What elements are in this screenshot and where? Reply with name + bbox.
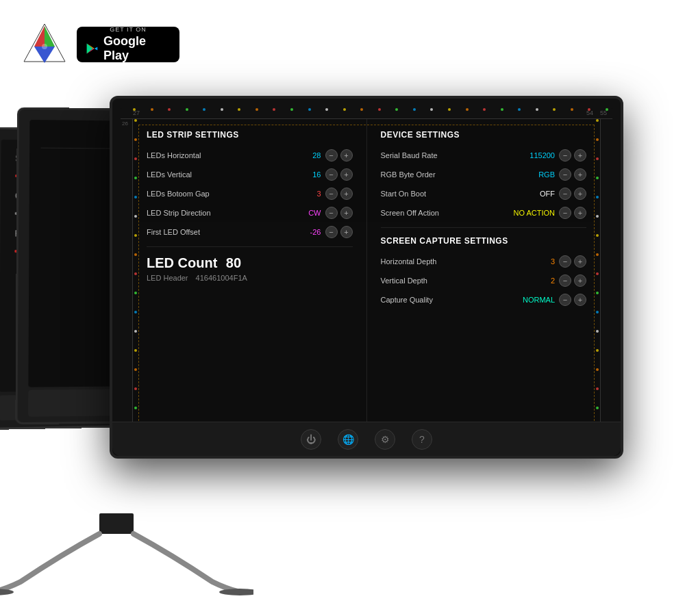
leds-botoom-gap-label: LEDs Botoom Gap [147,190,287,198]
tv-display-group: Single co Color Sat Red Colo [34,96,651,602]
led-count-label: LED Count [147,255,217,270]
horizontal-depth-controls[interactable]: − + [559,255,586,268]
power-icon: ⏻ [306,434,316,445]
left-divider [147,246,353,247]
settings-button[interactable]: ⚙ [375,429,395,450]
led-header-value: 416461004F1A [196,274,247,282]
leds-vertical-plus[interactable]: + [340,168,353,181]
horizontal-depth-label: Horizontal Depth [381,257,521,266]
logo-area: GET IT ON [21,21,179,68]
leds-horizontal-minus[interactable]: − [325,149,338,162]
setting-row-leds-botoom-gap: LEDs Botoom Gap 3 − + [147,188,353,200]
start-on-boot-plus[interactable]: + [574,188,586,200]
start-on-boot-label: Start On Boot [381,190,521,198]
rgb-byte-order-value: RGB [521,170,555,179]
globe-button[interactable]: 🌐 [338,429,358,450]
vertical-depth-value: 2 [521,277,555,285]
google-play-badge[interactable]: GET IT ON [77,27,179,62]
leds-vertical-controls[interactable]: − + [325,168,353,181]
setting-row-rgb-byte-order: RGB Byte Order RGB − + [381,168,587,181]
baud-rate-label: Serial Baud Rate [381,151,521,159]
leds-horizontal-controls[interactable]: − + [325,149,353,162]
device-settings-title: DEVICE SETTINGS [381,130,587,140]
horizontal-depth-plus[interactable]: + [574,255,586,268]
tv-main-screen: 27 54 55 11 ◄ 70 71 26 [121,107,612,449]
left-settings-panel: LED STRIP SETTINGS LEDs Horizontal 28 − … [133,119,367,437]
setting-row-vertical-depth: Vertical Depth 2 − + [381,274,587,287]
led-strip-direction-controls[interactable]: − + [325,207,353,219]
setting-row-horizontal-depth: Horizontal Depth 3 − + [381,255,587,268]
setting-row-start-on-boot: Start On Boot OFF − + [381,188,587,200]
ruler-top: 27 54 55 [121,107,612,119]
capture-quality-plus[interactable]: + [574,294,586,306]
svg-marker-1 [34,26,45,47]
gear-icon: ⚙ [381,434,390,445]
first-led-offset-controls[interactable]: − + [325,226,353,238]
led-count-section: LED Count 80 [147,255,353,271]
led-strip-direction-minus[interactable]: − [325,207,338,219]
rgb-byte-order-minus[interactable]: − [559,168,571,181]
main-content-area: LED STRIP SETTINGS LEDs Horizontal 28 − … [133,119,600,437]
svg-marker-2 [45,26,55,47]
leds-botoom-gap-minus[interactable]: − [325,188,338,200]
capture-quality-label: Capture Quality [381,296,521,304]
right-divider [381,227,587,228]
setting-row-leds-vertical: LEDs Vertical 16 − + [147,168,353,181]
leds-botoom-gap-value: 3 [287,190,321,198]
tv-main: 27 54 55 11 ◄ 70 71 26 [110,96,623,459]
start-on-boot-value: OFF [521,190,555,198]
screen-off-action-minus[interactable]: − [559,207,571,219]
setting-row-baud-rate: Serial Baud Rate 115200 − + [381,149,587,162]
leds-horizontal-value: 28 [287,151,321,159]
tv-controls-bar: ⏻ 🌐 ⚙ ? [112,422,621,456]
vertical-depth-minus[interactable]: − [559,274,571,287]
capture-quality-controls[interactable]: − + [559,294,586,306]
first-led-offset-minus[interactable]: − [325,226,338,238]
rgb-byte-order-label: RGB Byte Order [381,170,521,179]
setting-row-leds-horizontal: LEDs Horizontal 28 − + [147,149,353,162]
vertical-depth-controls[interactable]: − + [559,274,586,287]
led-count-value: 80 [226,255,241,270]
question-icon: ? [419,434,425,445]
svg-point-4 [42,44,47,49]
horizontal-depth-value: 3 [521,257,555,266]
first-led-offset-plus[interactable]: + [340,226,353,238]
setting-row-led-strip-direction: LED Strip Direction CW − + [147,207,353,219]
start-on-boot-controls[interactable]: − + [559,188,586,200]
rgb-byte-order-controls[interactable]: − + [559,168,586,181]
leds-botoom-gap-plus[interactable]: + [340,188,353,200]
led-strip-direction-plus[interactable]: + [340,207,353,219]
svg-point-6 [0,589,14,595]
led-strip-direction-value: CW [287,209,321,217]
vertical-depth-label: Vertical Depth [381,277,521,285]
baud-rate-minus[interactable]: − [559,149,571,162]
ruler-right [600,119,612,437]
capture-quality-value: NORMAL [521,296,555,304]
start-on-boot-minus[interactable]: − [559,188,571,200]
leds-vertical-minus[interactable]: − [325,168,338,181]
leds-vertical-label: LEDs Vertical [147,170,287,179]
ruler-left: 26 [121,119,133,437]
tv-stand [0,513,253,595]
screen-off-action-controls[interactable]: − + [559,207,586,219]
first-led-offset-label: First LED Offset [147,228,287,236]
horizontal-depth-minus[interactable]: − [559,255,571,268]
screen-off-action-label: Screen Off Action [381,209,514,217]
power-button[interactable]: ⏻ [301,429,321,450]
baud-rate-plus[interactable]: + [574,149,586,162]
google-play-icon [85,41,99,56]
rgb-byte-order-plus[interactable]: + [574,168,586,181]
leds-horizontal-plus[interactable]: + [340,149,353,162]
ruler-num-26: 26 [122,120,128,127]
baud-rate-controls[interactable]: − + [559,149,586,162]
right-settings-panel: DEVICE SETTINGS Serial Baud Rate 115200 … [367,119,601,437]
screen-off-action-plus[interactable]: + [574,207,586,219]
capture-quality-minus[interactable]: − [559,294,571,306]
help-button[interactable]: ? [412,429,432,450]
leds-vertical-value: 16 [287,170,321,179]
leds-botoom-gap-controls[interactable]: − + [325,188,353,200]
vertical-depth-plus[interactable]: + [574,274,586,287]
setting-row-capture-quality: Capture Quality NORMAL − + [381,294,587,306]
baud-rate-value: 115200 [521,151,555,159]
setting-row-first-led-offset: First LED Offset -26 − + [147,226,353,238]
